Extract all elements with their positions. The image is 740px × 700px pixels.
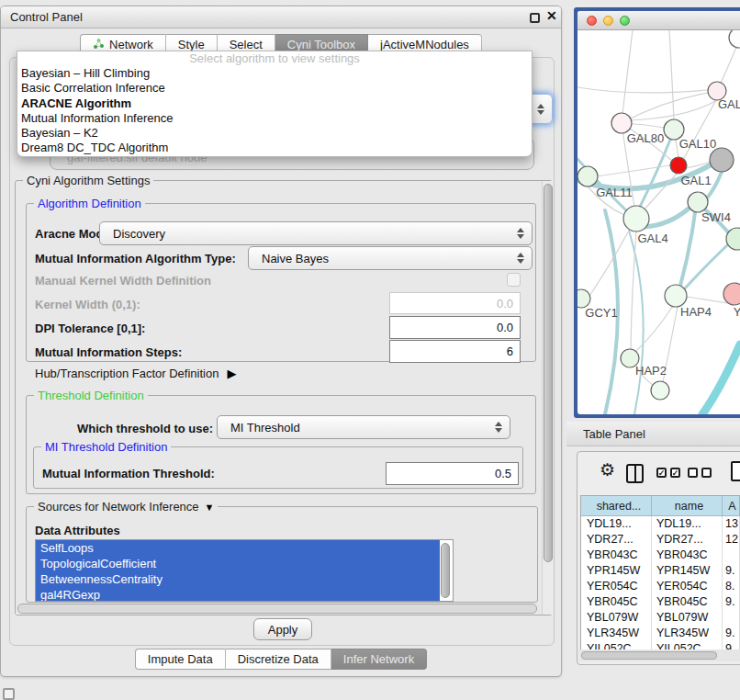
table-row[interactable]: YDR27...YDR27...12 [581, 532, 740, 548]
mi-steps-field[interactable]: 6 [389, 340, 521, 363]
gear-icon[interactable]: ⚙ [600, 459, 615, 480]
table-cell: YDR27... [581, 532, 652, 548]
node-bottom-green[interactable] [651, 381, 669, 400]
dropdown-item-aracne-algorithm[interactable]: ARACNE Algorithm [17, 96, 532, 111]
network-window-titlebar[interactable] [577, 11, 740, 30]
column-header-shared[interactable]: shared... [581, 496, 652, 516]
kernel-width-field[interactable]: 0.0 [389, 292, 521, 314]
network-edge [680, 212, 695, 286]
dropdown-item-bayesian-hill-climbing[interactable]: Bayesian – Hill Climbing [17, 66, 532, 81]
file-icon[interactable] [731, 461, 740, 481]
column-header-a[interactable]: A [723, 496, 740, 516]
table-cell: 8. [723, 579, 740, 594]
table-row[interactable]: YER054CYER054C8. [581, 579, 740, 594]
mi-threshold-definition-title: MI Threshold Definition [41, 440, 171, 454]
attribute-item-gal4rgexp[interactable]: gal4RGexp [36, 587, 440, 602]
table-row[interactable]: YBR045CYBR045C9. [581, 594, 740, 610]
tab-infer-network[interactable]: Infer Network [331, 649, 427, 670]
node-swi4-label: SWI4 [701, 210, 731, 224]
settings-horizontal-scrollbar[interactable] [16, 603, 541, 615]
table-cell: 9. [723, 626, 740, 641]
float-window-icon[interactable] [530, 13, 540, 23]
hub-transcription-section-toggle[interactable]: Hub/Transcription Factor Definition ▶ [35, 367, 236, 380]
table-cell: YBL079W [652, 610, 723, 626]
close-icon[interactable]: ✕ [546, 8, 557, 23]
combo-arrows-icon [537, 104, 544, 115]
table-cell [723, 610, 740, 626]
node-top-cut[interactable] [729, 30, 740, 48]
kernel-width-label: Kernel Width (0,1): [35, 298, 140, 311]
apply-button[interactable]: Apply [253, 618, 312, 640]
table-row[interactable]: YLR345WYLR345W9. [581, 626, 740, 641]
algorithm-dropdown-list: Bayesian – Hill ClimbingBasic Correlatio… [17, 66, 532, 156]
network-edge [622, 93, 709, 123]
node-gcy1[interactable] [577, 289, 590, 308]
dpi-tolerance-field[interactable]: 0.0 [389, 316, 521, 339]
node-gal80[interactable] [611, 113, 632, 133]
table-cell: YDR27... [652, 532, 723, 548]
node-hap4[interactable] [665, 285, 687, 307]
node-gal1[interactable] [670, 157, 687, 174]
aracne-mode-combobox[interactable]: Discovery [99, 221, 533, 245]
close-traffic-light-icon[interactable] [587, 16, 597, 26]
table-cell: YDL19... [652, 516, 723, 532]
attributes-list-scrollbar[interactable] [440, 541, 452, 600]
mi-threshold-field[interactable]: 0.5 [386, 462, 519, 485]
which-threshold-combobox[interactable]: MI Threshold [217, 415, 510, 439]
table-rows: YDL19...YDL19...13YDR27...YDR27...12YBR0… [581, 516, 740, 650]
network-edge [597, 165, 670, 176]
dropdown-item-basic-correlation-inference[interactable]: Basic Correlation Inference [17, 81, 532, 96]
data-attributes-list[interactable]: SelfLoopsTopologicalCoefficientBetweenne… [35, 539, 454, 602]
node-gal11-label: GAL11 [596, 186, 633, 199]
mi-type-combobox[interactable]: Naive Bayes [248, 246, 533, 270]
table-row[interactable]: YBR043CYBR043C [581, 548, 740, 563]
node-swi4[interactable] [688, 192, 708, 212]
settings-vertical-scrollbar[interactable] [542, 181, 553, 615]
minimize-traffic-light-icon[interactable] [603, 16, 613, 26]
attribute-item-betweennesscentrality[interactable]: BetweennessCentrality [36, 571, 440, 587]
table-horizontal-scrollbar[interactable] [578, 649, 740, 661]
hub-transcription-label: Hub/Transcription Factor Definition [35, 367, 219, 380]
table-row[interactable]: YBL079WYBL079W [581, 610, 740, 626]
node-y-cut[interactable] [723, 283, 740, 305]
tab-label: Style [178, 38, 205, 51]
desktop: Control Panel ✕ NetworkStyleSelectCyni T… [0, 0, 740, 700]
table-cell: YBR045C [581, 594, 652, 610]
node-y-cut-label: Y [734, 305, 740, 319]
table-panel-titlebar[interactable]: Table Panel [566, 422, 740, 446]
table-row[interactable]: YPR145WYPR145W9. [581, 563, 740, 579]
expand-arrow-icon[interactable]: ▶ [227, 367, 236, 380]
deselect-all-icon[interactable] [688, 468, 712, 478]
node-gal11[interactable] [577, 166, 598, 186]
dropdown-item-bayesian-k2[interactable]: Bayesian – K2 [17, 126, 532, 141]
mi-type-label: Mutual Information Algorithm Type: [35, 252, 236, 265]
control-panel-title: Control Panel [10, 10, 83, 24]
table-row[interactable]: YDL19...YDL19...13 [581, 516, 740, 532]
tab-label: Network [109, 38, 153, 51]
attribute-item-selfloops[interactable]: SelfLoops [36, 540, 440, 556]
column-header-name[interactable]: name [652, 496, 723, 516]
node-hap4-label: HAP4 [680, 305, 712, 319]
table-cell: YLR345W [581, 626, 652, 641]
node-gal4[interactable] [623, 206, 649, 231]
tab-discretize-data[interactable]: Discretize Data [226, 649, 331, 670]
node-gal10-label: GAL10 [679, 137, 716, 151]
tab-impute-data[interactable]: Impute Data [135, 649, 226, 670]
network-canvas[interactable]: GALGAL80GAL10GAL1GAL11SWI4GAL4GCY1HAP4YH… [577, 30, 740, 414]
columns-icon[interactable] [626, 464, 644, 483]
table-cell: YBR043C [581, 548, 652, 563]
zoom-traffic-light-icon[interactable] [620, 16, 630, 26]
minimized-window-icon[interactable] [3, 688, 15, 700]
collapse-arrow-icon[interactable]: ▼ [205, 502, 215, 513]
table-cell: YPR145W [581, 563, 652, 579]
node-gray[interactable] [710, 148, 734, 172]
control-panel-titlebar[interactable]: Control Panel ✕ [1, 6, 561, 28]
manual-kernel-checkbox[interactable] [507, 273, 521, 287]
dropdown-item-dream8-dc-tdc-algorithm[interactable]: Dream8 DC_TDC Algorithm [17, 141, 532, 155]
node-hap2-label: HAP2 [635, 364, 667, 378]
table-cell: YPR145W [652, 563, 723, 579]
attribute-item-topologicalcoefficient[interactable]: TopologicalCoefficient [36, 556, 440, 571]
select-all-icon[interactable]: ✓✓ [656, 468, 680, 478]
dropdown-item-mutual-information-inference[interactable]: Mutual Information Inference [17, 111, 532, 126]
network-edge [645, 209, 689, 227]
